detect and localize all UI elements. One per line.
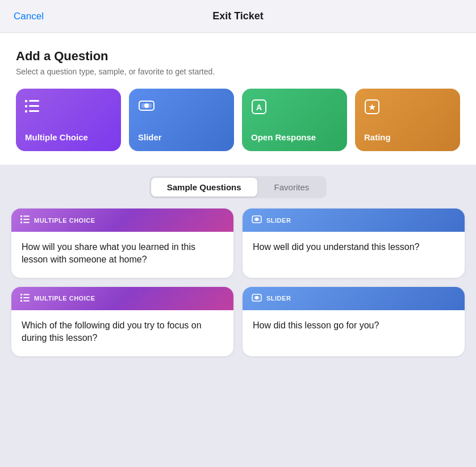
question-card-3-type: MULTIPLE CHOICE — [34, 295, 95, 302]
svg-rect-14 — [23, 216, 30, 217]
svg-point-30 — [255, 296, 258, 299]
question-card-1-icon — [20, 215, 30, 225]
question-type-slider[interactable]: Slider — [129, 89, 234, 151]
svg-rect-22 — [20, 294, 22, 295]
svg-rect-0 — [25, 100, 27, 102]
rating-label: Rating — [364, 132, 451, 142]
svg-rect-17 — [20, 222, 22, 223]
page-title: Exit Ticket — [212, 10, 264, 22]
svg-rect-2 — [25, 105, 27, 107]
questions-area: MULTIPLE CHOICE How will you share what … — [0, 198, 476, 467]
segmented-control: Sample Questions Favorites — [149, 176, 327, 198]
svg-rect-15 — [20, 219, 22, 220]
question-type-multiple-choice[interactable]: Multiple Choice — [16, 89, 121, 151]
question-card-4[interactable]: SLIDER How did this lesson go for you? — [243, 287, 465, 356]
svg-rect-23 — [23, 294, 30, 295]
question-card-3-text: Which of the following did you try to fo… — [22, 319, 223, 345]
cancel-button[interactable]: Cancel — [14, 11, 44, 22]
multiple-choice-label: Multiple Choice — [25, 132, 112, 142]
question-card-1-body: How will you share what you learned in t… — [11, 232, 233, 278]
question-type-rating[interactable]: ★ Rating — [355, 89, 460, 151]
question-card-3[interactable]: MULTIPLE CHOICE Which of the following d… — [11, 287, 233, 356]
main-content-area: Add a Question Select a question type, s… — [0, 33, 476, 165]
tab-sample-questions[interactable]: Sample Questions — [151, 178, 257, 197]
question-card-4-header: SLIDER — [243, 287, 465, 310]
question-card-1-text: How will you share what you learned in t… — [22, 241, 223, 266]
svg-text:★: ★ — [368, 102, 376, 112]
svg-rect-25 — [23, 297, 30, 298]
rating-icon: ★ — [364, 99, 451, 119]
open-response-icon: A — [251, 99, 338, 119]
svg-text:A: A — [256, 103, 262, 112]
svg-rect-5 — [29, 110, 39, 112]
svg-rect-4 — [25, 110, 27, 112]
svg-rect-27 — [23, 300, 30, 301]
slider-label: Slider — [138, 132, 225, 142]
tab-favorites[interactable]: Favorites — [258, 178, 325, 197]
segment-control-area: Sample Questions Favorites — [0, 165, 476, 198]
svg-rect-26 — [20, 300, 22, 302]
question-card-3-icon — [20, 294, 30, 303]
question-types-row: Multiple Choice Slider A Open Response — [16, 89, 460, 151]
svg-rect-3 — [29, 105, 39, 107]
question-card-1-header: MULTIPLE CHOICE — [11, 209, 233, 232]
svg-point-8 — [144, 103, 149, 108]
svg-rect-1 — [29, 100, 39, 102]
question-card-4-text: How did this lesson go for you? — [253, 319, 454, 332]
question-card-3-body: Which of the following did you try to fo… — [11, 310, 233, 356]
svg-rect-16 — [23, 219, 30, 220]
question-type-open-response[interactable]: A Open Response — [242, 89, 347, 151]
svg-rect-24 — [20, 297, 22, 298]
question-card-2[interactable]: SLIDER How well did you understand this … — [243, 209, 465, 278]
add-question-subtitle: Select a question type, sample, or favor… — [16, 67, 460, 76]
question-card-2-icon — [252, 215, 262, 225]
question-card-2-header: SLIDER — [243, 209, 465, 232]
question-card-4-type: SLIDER — [266, 295, 291, 302]
question-card-1[interactable]: MULTIPLE CHOICE How will you share what … — [11, 209, 233, 278]
app-header: Cancel Exit Ticket — [0, 0, 476, 33]
slider-icon — [138, 99, 225, 116]
question-card-4-body: How did this lesson go for you? — [243, 310, 465, 343]
question-card-2-body: How well did you understand this lesson? — [243, 232, 465, 265]
question-card-1-type: MULTIPLE CHOICE — [34, 217, 95, 224]
open-response-label: Open Response — [251, 132, 338, 142]
question-card-3-header: MULTIPLE CHOICE — [11, 287, 233, 310]
question-card-2-type: SLIDER — [266, 217, 291, 224]
question-card-4-icon — [252, 294, 262, 303]
add-question-title: Add a Question — [16, 49, 460, 64]
svg-point-21 — [255, 218, 258, 221]
svg-rect-13 — [20, 215, 22, 217]
question-card-2-text: How well did you understand this lesson? — [253, 241, 454, 253]
questions-grid: MULTIPLE CHOICE How will you share what … — [11, 209, 465, 356]
svg-rect-18 — [23, 222, 30, 223]
multiple-choice-icon — [25, 99, 112, 116]
